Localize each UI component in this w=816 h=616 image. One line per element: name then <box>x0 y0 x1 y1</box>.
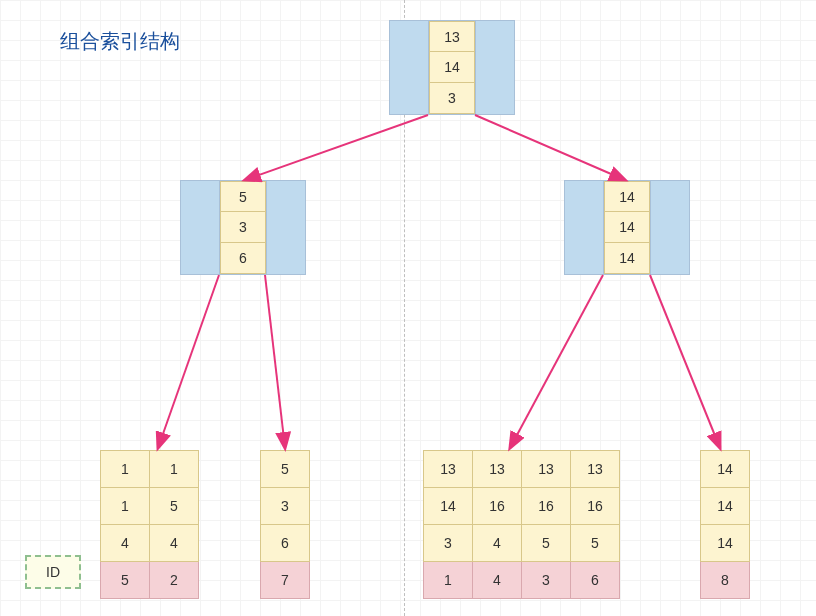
id-legend-chip: ID <box>25 555 81 589</box>
internal-node: 536 <box>180 180 306 275</box>
tree-edge-arrow <box>265 275 285 448</box>
leaf-key-cell: 3 <box>261 488 310 525</box>
root-node: 13143 <box>389 20 515 115</box>
leaf-key-cell: 13 <box>571 451 620 488</box>
leaf-key-cell: 5 <box>150 488 199 525</box>
leaf-key-cell: 16 <box>522 488 571 525</box>
leaf-id-cell: 5 <box>101 562 150 599</box>
leaf-key-cell: 14 <box>424 488 473 525</box>
tree-edge-arrow <box>510 275 603 448</box>
leaf-key-cell: 16 <box>473 488 522 525</box>
leaf-node: 1414148 <box>700 450 750 599</box>
leaf-id-cell: 1 <box>424 562 473 599</box>
root-key-cell: 13 <box>429 21 475 52</box>
root-key-cell: 3 <box>429 83 475 114</box>
internal-key-cell: 14 <box>604 181 650 212</box>
leaf-id-cell: 2 <box>150 562 199 599</box>
leaf-id-cell: 3 <box>522 562 571 599</box>
leaf-id-cell: 7 <box>261 562 310 599</box>
leaf-key-cell: 16 <box>571 488 620 525</box>
leaf-key-cell: 1 <box>150 451 199 488</box>
internal-node: 141414 <box>564 180 690 275</box>
leaf-node: 131313131416161634551436 <box>423 450 620 599</box>
leaf-key-cell: 14 <box>701 525 750 562</box>
leaf-key-cell: 4 <box>473 525 522 562</box>
tree-edge-arrow <box>158 275 219 448</box>
internal-key-cell: 14 <box>604 212 650 243</box>
internal-key-cell: 5 <box>220 181 266 212</box>
leaf-id-cell: 4 <box>473 562 522 599</box>
leaf-node: 11154452 <box>100 450 199 599</box>
tree-edge-arrow <box>650 275 720 448</box>
leaf-key-cell: 4 <box>101 525 150 562</box>
internal-key-cell: 6 <box>220 243 266 274</box>
leaf-key-cell: 6 <box>261 525 310 562</box>
leaf-key-cell: 1 <box>101 451 150 488</box>
leaf-key-cell: 14 <box>701 488 750 525</box>
leaf-node: 5367 <box>260 450 310 599</box>
leaf-key-cell: 5 <box>522 525 571 562</box>
diagram-canvas: 组合索引结构 ID 13143 536141414 11154452536713… <box>0 0 816 616</box>
leaf-key-cell: 4 <box>150 525 199 562</box>
leaf-key-cell: 13 <box>473 451 522 488</box>
internal-key-cell: 14 <box>604 243 650 274</box>
leaf-key-cell: 3 <box>424 525 473 562</box>
internal-key-cell: 3 <box>220 212 266 243</box>
leaf-id-cell: 8 <box>701 562 750 599</box>
leaf-key-cell: 13 <box>424 451 473 488</box>
root-key-cell: 14 <box>429 52 475 83</box>
leaf-key-cell: 5 <box>261 451 310 488</box>
leaf-id-cell: 6 <box>571 562 620 599</box>
leaf-key-cell: 13 <box>522 451 571 488</box>
leaf-key-cell: 5 <box>571 525 620 562</box>
tree-edge-arrow <box>475 115 625 180</box>
leaf-key-cell: 14 <box>701 451 750 488</box>
tree-edge-arrow <box>245 115 428 180</box>
diagram-title: 组合索引结构 <box>60 28 180 55</box>
leaf-key-cell: 1 <box>101 488 150 525</box>
